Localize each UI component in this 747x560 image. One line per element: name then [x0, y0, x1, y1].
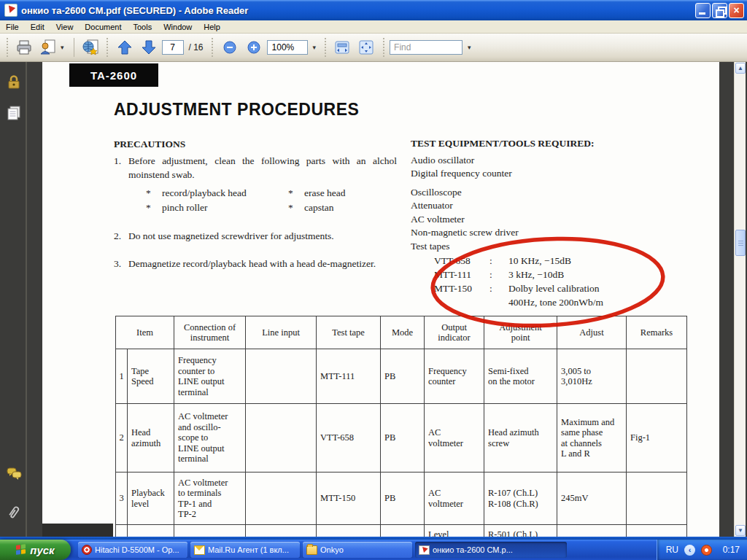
title-bar: онкио та-2600 CM.pdf (SECURED) - Adobe R… — [0, 0, 747, 20]
menu-item[interactable]: File — [0, 21, 25, 33]
navigation-sidebar — [0, 62, 27, 537]
table-cell — [627, 472, 687, 525]
table-cell — [627, 349, 687, 404]
toolbar-grip — [5, 38, 9, 57]
table-cell — [246, 525, 317, 537]
window-title: онкио та-2600 CM.pdf (SECURED) - Adobe R… — [21, 5, 695, 16]
menu-item[interactable]: View — [50, 21, 80, 33]
start-button[interactable]: пуск — [0, 540, 71, 560]
print-button[interactable] — [13, 36, 35, 58]
menu-item[interactable]: Window — [158, 21, 198, 33]
table-cell: Tape Speed — [128, 349, 174, 404]
column-header: Connection of instrument — [174, 316, 246, 349]
equipment-item: Audio oscillator — [411, 154, 703, 168]
table-cell: PB — [381, 404, 425, 472]
taskbar-task-button[interactable]: Hitachi D-5500M - Op... — [78, 542, 187, 558]
table-cell: Frequency counter to LINE output termina… — [174, 349, 246, 404]
table-cell — [246, 472, 317, 525]
menu-item[interactable]: Document — [79, 21, 127, 33]
zoom-out-icon — [222, 40, 237, 55]
tray-collapse-icon[interactable]: ‹ — [684, 545, 695, 556]
document-heading: ADJUSTMENT PROCEDURES — [114, 100, 359, 120]
security-lock-icon[interactable] — [5, 74, 23, 91]
windows-flag-icon — [16, 544, 26, 556]
table-cell: VTT-658 — [317, 404, 381, 472]
next-page-button[interactable] — [138, 36, 160, 58]
equipment-item: AC voltmeter — [411, 213, 703, 227]
zoom-out-button[interactable] — [219, 36, 241, 58]
menu-item[interactable]: Help — [198, 21, 226, 33]
vertical-scrollbar[interactable]: ▲ ▼ — [734, 62, 746, 537]
tray-opera-icon[interactable] — [701, 545, 712, 556]
scroll-down-button[interactable]: ▼ — [735, 525, 746, 536]
menu-item[interactable]: Tools — [128, 21, 158, 33]
fit-width-button[interactable] — [331, 36, 353, 58]
table-cell: Head azimuth — [128, 404, 174, 472]
table-cell: PB — [381, 472, 425, 525]
attachments-panel-icon[interactable] — [5, 504, 23, 521]
equipment-item: Digital frequency counter — [411, 167, 703, 181]
document-background — [719, 62, 734, 537]
equipment-item: Oscilloscope — [411, 186, 703, 200]
table-cell: 3 — [116, 472, 128, 525]
pages-panel-icon[interactable] — [5, 104, 23, 122]
column-header: Line input — [246, 316, 317, 349]
table-cell: Playback level — [128, 472, 174, 525]
fit-page-button[interactable] — [355, 36, 377, 58]
table-cell — [128, 525, 174, 537]
toolbar-grip — [211, 38, 214, 57]
table-cell — [174, 525, 246, 537]
find-dropdown-arrow[interactable]: ▾ — [465, 44, 474, 51]
adobe-reader-icon — [4, 4, 18, 17]
comments-panel-icon[interactable] — [5, 464, 23, 482]
table-cell — [116, 525, 128, 537]
table-cell: Maximum and same phase at channels L and… — [557, 404, 627, 472]
find-input[interactable] — [390, 40, 462, 55]
list-item: *erase head — [288, 186, 398, 200]
table-cell: Frequency counter — [425, 349, 484, 404]
list-item: *pinch roller — [146, 201, 288, 214]
table-cell — [246, 349, 317, 404]
zoom-level-select[interactable]: 100% — [267, 40, 308, 55]
taskbar-task-button[interactable]: Onkyo — [303, 542, 412, 558]
task-icon — [306, 545, 317, 555]
list-number: 1. — [114, 154, 128, 182]
scrollbar-thumb[interactable] — [735, 230, 746, 256]
sign-dropdown-arrow[interactable]: ▾ — [58, 44, 67, 51]
language-indicator[interactable]: RU — [666, 545, 678, 555]
table-cell: AC voltmeter — [425, 472, 484, 525]
main-area: TA-2600 ADJUSTMENT PROCEDURES PRECAUTION… — [0, 62, 747, 537]
page-number-input[interactable] — [162, 40, 184, 55]
close-button[interactable]: × — [729, 3, 744, 18]
table-cell — [627, 525, 687, 537]
column-header: Mode — [381, 316, 425, 349]
task-icon — [419, 545, 430, 555]
menu-item[interactable]: Edit — [25, 21, 50, 33]
menu-bar: File Edit View Document Tools Window Hel… — [0, 20, 747, 34]
table-cell: AC voltmeter and oscillo- scope to LINE … — [174, 404, 246, 472]
zoom-in-button[interactable] — [243, 36, 265, 58]
document-background — [27, 62, 42, 537]
minimize-button[interactable] — [695, 3, 711, 18]
zoom-dropdown-arrow[interactable]: ▾ — [310, 44, 320, 51]
precautions-heading: PRECAUTIONS — [114, 137, 397, 151]
restore-button[interactable] — [712, 3, 727, 18]
taskbar-task-button[interactable]: Mail.Ru Агент (1 вкл... — [190, 542, 300, 558]
list-item: *capstan — [288, 201, 398, 214]
toolbar-grip — [106, 38, 109, 57]
previous-page-button[interactable] — [114, 36, 136, 58]
scroll-up-button[interactable]: ▲ — [735, 63, 746, 74]
sign-collaborate-button[interactable]: ▾ — [37, 36, 69, 58]
desktop: онкио та-2600 CM.pdf (SECURED) - Adobe R… — [0, 0, 747, 560]
task-icon — [82, 545, 92, 555]
precaution-2: Do not use magnetized screwdriver for ad… — [128, 229, 397, 243]
red-highlight-ellipse — [425, 228, 670, 336]
table-cell: Level — [425, 525, 484, 537]
create-pdf-online-button[interactable] — [80, 36, 101, 58]
table-cell — [557, 525, 627, 537]
start-label: пуск — [30, 544, 54, 556]
taskbar-task-button[interactable]: онкио та-2600 СМ.р... — [415, 542, 567, 558]
cleaning-parts-list: *record/playback head *erase head *pinch… — [146, 186, 397, 214]
table-cell: AC voltmeter to terminals TP-1 and TP-2 — [174, 472, 246, 525]
system-tray: RU ‹ 0:17 — [657, 540, 747, 560]
